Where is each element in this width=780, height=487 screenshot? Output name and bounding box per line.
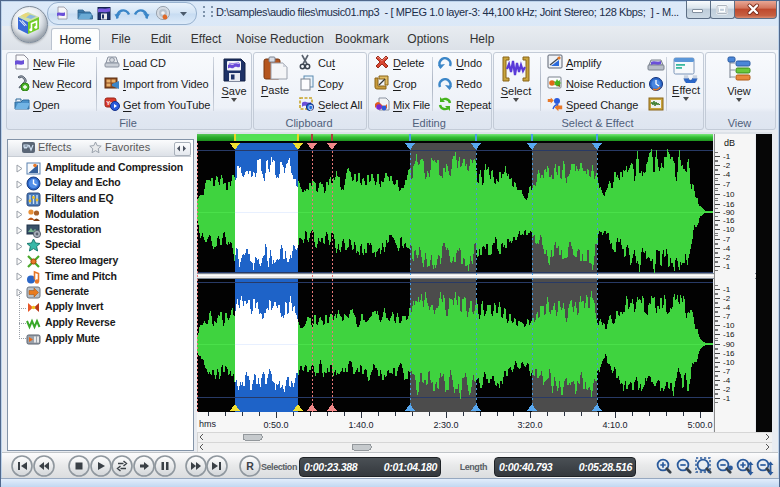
svg-text:-2: -2 <box>723 161 731 170</box>
svg-text:-10: -10 <box>723 225 735 234</box>
svg-text:-2: -2 <box>723 385 731 394</box>
svg-text:-4: -4 <box>723 244 731 253</box>
svg-text:4:10.0: 4:10.0 <box>602 420 627 430</box>
svg-text:-4: -4 <box>723 376 731 385</box>
svg-text:-1: -1 <box>723 262 731 271</box>
svg-text:-10: -10 <box>723 190 735 199</box>
svg-text:dB: dB <box>724 138 735 148</box>
svg-text:-90: -90 <box>723 340 735 349</box>
svg-text:-4: -4 <box>723 303 731 312</box>
svg-text:-1: -1 <box>723 285 731 294</box>
svg-text:-10: -10 <box>723 321 735 330</box>
svg-text:2:30.0: 2:30.0 <box>433 420 458 430</box>
svg-text:-1: -1 <box>723 152 731 161</box>
svg-text:-10: -10 <box>723 358 735 367</box>
svg-text:-7: -7 <box>723 180 731 189</box>
svg-text:Q: Q <box>308 104 313 112</box>
svg-text:-2: -2 <box>723 294 731 303</box>
svg-text:-4: -4 <box>723 170 731 179</box>
svg-text:-16: -16 <box>723 330 735 339</box>
svg-text:-7: -7 <box>723 312 731 321</box>
svg-text:R: R <box>246 460 254 472</box>
svg-text:hms: hms <box>199 419 217 429</box>
svg-text:1:40.0: 1:40.0 <box>348 420 373 430</box>
svg-text:-7: -7 <box>723 235 731 244</box>
svg-text:-7: -7 <box>723 367 731 376</box>
svg-text:-16: -16 <box>723 349 735 358</box>
svg-text:5:00.0: 5:00.0 <box>687 420 712 430</box>
svg-text:-16: -16 <box>723 216 735 225</box>
svg-text:-1: -1 <box>723 394 731 403</box>
svg-text:-2: -2 <box>723 253 731 262</box>
svg-text:0:50.0: 0:50.0 <box>263 420 288 430</box>
svg-text:3:20.0: 3:20.0 <box>517 420 542 430</box>
